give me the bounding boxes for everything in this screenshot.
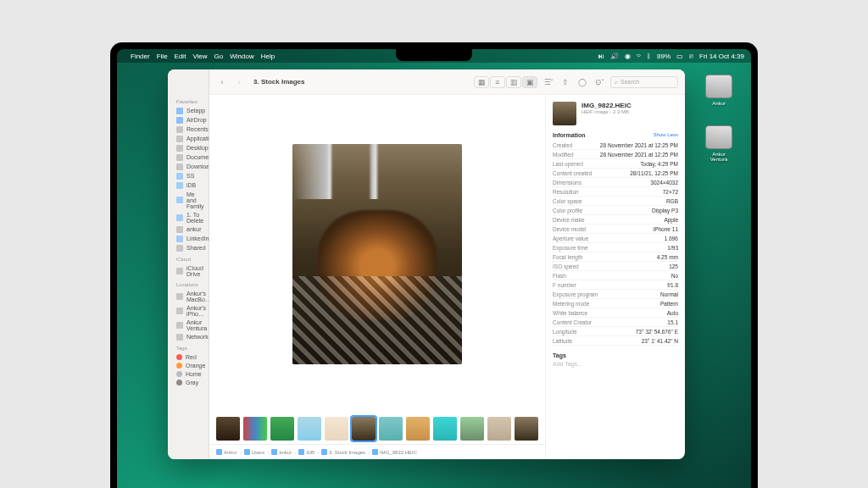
- info-panel: IMG_9822.HEIC HEIF image - 2.3 MB Inform…: [545, 95, 685, 459]
- sidebar-item[interactable]: Orange: [173, 361, 203, 369]
- breadcrumb[interactable]: IMG_9822.HEIC: [372, 449, 417, 455]
- sidebar-section-title: Tags: [176, 346, 200, 351]
- volume-icon[interactable]: 🔊: [610, 53, 619, 60]
- sidebar-item-icon: [176, 164, 183, 170]
- sidebar-item[interactable]: AirDrop: [173, 115, 203, 125]
- preview-pane: [209, 95, 545, 413]
- sidebar-item[interactable]: Gray: [173, 378, 203, 386]
- wifi-icon[interactable]: ⌔: [637, 53, 641, 60]
- thumbnail[interactable]: [325, 417, 348, 441]
- tags-button[interactable]: ◯: [576, 76, 588, 88]
- battery-percent[interactable]: 89%: [657, 53, 670, 60]
- info-value: 23° 1' 41.42" N: [642, 338, 678, 344]
- thumbnail[interactable]: [243, 417, 267, 441]
- sidebar-item[interactable]: Red: [173, 352, 203, 361]
- breadcrumb[interactable]: Users: [244, 449, 265, 455]
- sidebar-item-label: Ankur Ventura: [186, 319, 207, 331]
- desktop-drive[interactable]: Ankur Ventura: [704, 125, 734, 162]
- breadcrumb[interactable]: 3. Stock Images: [321, 449, 365, 455]
- info-key: Color profile: [553, 208, 582, 214]
- info-row: Created28 November 2021 at 12:25 PM: [553, 141, 678, 150]
- path-separator: ›: [240, 450, 242, 455]
- sidebar-item-icon: [176, 334, 183, 341]
- sidebar-item[interactable]: Recents: [173, 125, 203, 134]
- show-less-link[interactable]: Show Less: [654, 132, 678, 138]
- sidebar-item[interactable]: Shared: [173, 243, 203, 252]
- window-title: 3. Stock Images: [253, 78, 304, 86]
- sidebar-item[interactable]: Ankur's MacBo…: [173, 289, 203, 303]
- thumbnail[interactable]: [406, 417, 430, 441]
- battery-icon[interactable]: ▭: [676, 53, 683, 60]
- info-value: Normal: [660, 291, 678, 297]
- sidebar-item[interactable]: Ankur Ventura: [173, 318, 203, 332]
- actions-button[interactable]: ⊙ˇ: [593, 76, 605, 88]
- info-row: F numberf/1.8: [553, 280, 678, 290]
- thumbnail[interactable]: [433, 417, 457, 441]
- path-bar: Ankur›Users›ankur›iDB›3. Stock Images›IM…: [209, 444, 545, 459]
- location-icon[interactable]: ◉: [625, 53, 631, 60]
- sidebar-item[interactable]: Me and Family: [173, 190, 203, 210]
- preview-image[interactable]: [292, 144, 462, 364]
- view-columns-button[interactable]: ▥: [506, 76, 521, 88]
- menu-edit[interactable]: Edit: [175, 53, 186, 60]
- sidebar-item[interactable]: Applications: [173, 134, 203, 143]
- breadcrumb[interactable]: Ankur: [216, 449, 237, 455]
- datetime[interactable]: Fri 14 Oct 4:39: [699, 53, 744, 60]
- bluetooth-icon[interactable]: ᛒ: [647, 53, 651, 60]
- sidebar-item[interactable]: Home: [173, 369, 203, 378]
- share-button[interactable]: ⇧: [559, 76, 571, 88]
- menu-file[interactable]: File: [157, 53, 168, 60]
- sidebar-item[interactable]: Desktop: [173, 143, 203, 152]
- add-tags-input[interactable]: Add Tags…: [553, 361, 678, 367]
- app-name[interactable]: Finder: [131, 53, 150, 60]
- sidebar-item[interactable]: Network: [173, 332, 203, 341]
- breadcrumb[interactable]: iDB: [298, 449, 314, 455]
- info-value: 1/93: [667, 245, 678, 251]
- back-button[interactable]: ‹: [216, 76, 228, 88]
- menu-view[interactable]: View: [192, 53, 207, 60]
- breadcrumb[interactable]: ankur: [271, 449, 292, 455]
- info-value: 72×72: [663, 189, 678, 195]
- thumbnail[interactable]: [270, 417, 294, 441]
- thumbnail[interactable]: [298, 417, 321, 441]
- sidebar-item[interactable]: SS: [173, 171, 203, 180]
- info-thumbnail: [553, 102, 576, 125]
- sidebar-item[interactable]: Documents: [173, 152, 203, 162]
- sidebar-item-label: Documents: [186, 154, 209, 160]
- thumbnail[interactable]: [487, 417, 511, 441]
- sidebar-item[interactable]: Downloads: [173, 162, 203, 171]
- thumbnail[interactable]: [352, 417, 376, 441]
- thumbnail[interactable]: [515, 417, 538, 441]
- info-row: FlashNo: [553, 271, 678, 280]
- thumbnail[interactable]: [216, 417, 240, 441]
- info-key: White balance: [553, 310, 587, 316]
- view-gallery-button[interactable]: ▣: [522, 76, 537, 88]
- menu-go[interactable]: Go: [214, 53, 224, 60]
- menu-window[interactable]: Window: [230, 53, 253, 60]
- sidebar-item[interactable]: Setapp: [173, 106, 203, 115]
- sidebar-item[interactable]: LinkedIn: [173, 234, 203, 243]
- sidebar-item[interactable]: 1. To Delete: [173, 210, 203, 225]
- sidebar-item[interactable]: iCloud Drive: [173, 263, 203, 278]
- sidebar-item-label: Orange: [186, 363, 205, 369]
- view-icons-button[interactable]: ▦: [474, 76, 489, 88]
- forward-button[interactable]: ›: [233, 76, 245, 88]
- menu-help[interactable]: Help: [261, 53, 275, 60]
- drive-label: Ankur: [704, 101, 734, 106]
- info-value: RGB: [666, 198, 678, 204]
- sidebar-item[interactable]: ankur: [173, 225, 203, 234]
- thumbnail[interactable]: [460, 417, 484, 441]
- sidebar-item[interactable]: Ankur's iPho…: [173, 303, 203, 318]
- desktop-drive[interactable]: Ankur: [704, 75, 734, 106]
- control-center-icon[interactable]: ⎚: [689, 53, 693, 60]
- info-row: Exposure programNormal: [553, 290, 678, 299]
- sidebar-item-label: Ankur's MacBo…: [186, 291, 209, 302]
- view-list-button[interactable]: ≡: [490, 76, 505, 88]
- thumbnail[interactable]: [379, 417, 403, 441]
- info-row: Color profileDisplay P3: [553, 206, 678, 215]
- playback-icon[interactable]: ⏯: [598, 53, 604, 60]
- sidebar-item[interactable]: iDB: [173, 180, 203, 190]
- file-name: IMG_9822.HEIC: [581, 102, 678, 109]
- search-input[interactable]: ⌕ Search: [610, 76, 678, 88]
- group-button[interactable]: ☰ˇ: [542, 76, 554, 88]
